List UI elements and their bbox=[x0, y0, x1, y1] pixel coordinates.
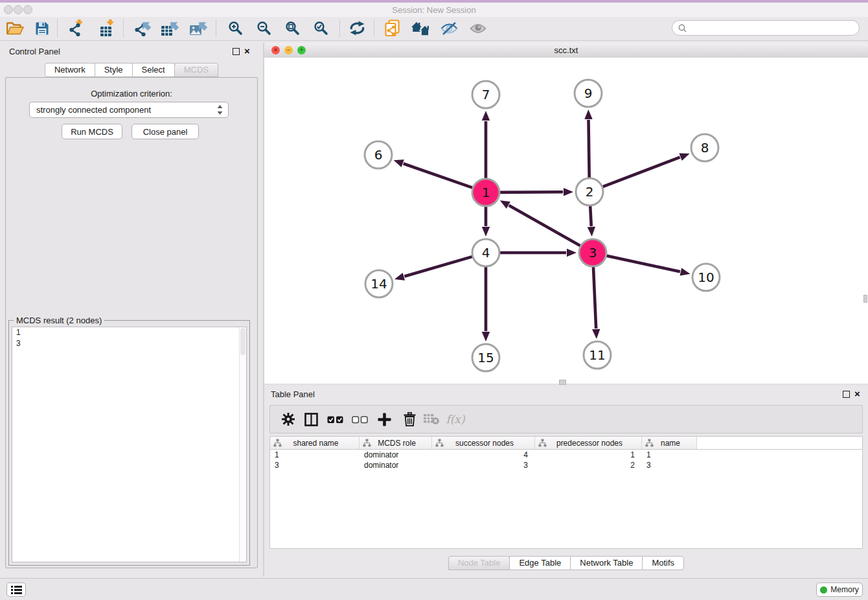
zoom-fit-icon[interactable] bbox=[282, 18, 302, 38]
show-panel-eye-icon[interactable] bbox=[468, 18, 488, 38]
home-icon[interactable] bbox=[411, 18, 431, 38]
criterion-dropdown[interactable]: strongly connected component bbox=[29, 102, 229, 118]
table-cell[interactable]: dominator bbox=[360, 460, 432, 470]
close-panel-icon[interactable]: × bbox=[244, 47, 250, 55]
table-cell[interactable]: 3 bbox=[270, 460, 360, 470]
tab-mcds[interactable]: MCDS bbox=[174, 63, 218, 77]
hide-panel-eye-icon[interactable] bbox=[439, 18, 459, 38]
search-box[interactable] bbox=[672, 20, 860, 36]
svg-text:1: 1 bbox=[482, 185, 490, 200]
tab-node-table[interactable]: Node Table bbox=[448, 556, 510, 570]
network-window-titlebar[interactable]: × − + scc.txt bbox=[264, 43, 868, 58]
svg-text:7: 7 bbox=[482, 87, 490, 102]
column-header-successor-nodes[interactable]: successor nodes bbox=[432, 437, 535, 449]
column-header-predecessor-nodes[interactable]: predecessor nodes bbox=[535, 437, 642, 449]
export-table-icon[interactable] bbox=[160, 18, 179, 38]
graph-node-9[interactable]: 9 bbox=[575, 80, 602, 107]
gear-icon[interactable] bbox=[278, 409, 299, 430]
graph-node-11[interactable]: 11 bbox=[584, 341, 611, 369]
graph-node-15[interactable]: 15 bbox=[472, 344, 499, 371]
table-row[interactable]: 1dominator411 bbox=[270, 450, 862, 460]
edge-3-1[interactable] bbox=[500, 200, 580, 246]
column-header-MCDS-role[interactable]: MCDS role bbox=[360, 437, 432, 449]
tab-motifs[interactable]: Motifs bbox=[642, 556, 684, 570]
columns-icon[interactable] bbox=[301, 409, 321, 430]
edge-1-7[interactable] bbox=[482, 111, 490, 178]
result-scrollbar-thumb[interactable] bbox=[240, 328, 246, 355]
refresh-icon[interactable] bbox=[347, 18, 367, 38]
toolbar-separator bbox=[339, 19, 340, 37]
graph-node-3[interactable]: 3 bbox=[579, 239, 606, 266]
edge-1-4[interactable] bbox=[482, 207, 490, 237]
criterion-value: strongly connected component bbox=[36, 105, 217, 115]
float-panel-icon[interactable] bbox=[233, 48, 240, 55]
app-title: Session: New Session bbox=[0, 5, 868, 15]
edge-2-3[interactable] bbox=[588, 206, 595, 237]
divider-grip-vertical[interactable] bbox=[863, 295, 867, 303]
divider-grip-horizontal[interactable] bbox=[559, 380, 566, 385]
tab-network[interactable]: Network bbox=[45, 63, 95, 77]
tab-select[interactable]: Select bbox=[132, 63, 175, 77]
select-all-icon[interactable] bbox=[325, 409, 345, 430]
open-file-icon[interactable] bbox=[5, 18, 25, 38]
float-table-panel-icon[interactable] bbox=[843, 391, 850, 398]
table-cell[interactable]: dominator bbox=[360, 450, 432, 460]
edge-1-2[interactable] bbox=[500, 188, 573, 196]
close-table-panel-icon[interactable]: × bbox=[854, 390, 860, 398]
graph-node-10[interactable]: 10 bbox=[692, 264, 720, 291]
svg-text:9: 9 bbox=[584, 86, 593, 101]
add-row-icon[interactable] bbox=[374, 409, 394, 430]
network-file-icon[interactable] bbox=[383, 18, 402, 38]
tab-style[interactable]: Style bbox=[95, 63, 133, 77]
zoom-out-icon[interactable] bbox=[254, 18, 273, 38]
run-mcds-button[interactable]: Run MCDS bbox=[62, 124, 122, 139]
graph-node-8[interactable]: 8 bbox=[691, 134, 718, 161]
edge-4-15[interactable] bbox=[482, 267, 490, 341]
mcds-result-textarea[interactable]: 13 bbox=[12, 327, 247, 562]
edge-3-10[interactable] bbox=[607, 256, 691, 276]
table-cell[interactable]: 4 bbox=[432, 450, 535, 460]
export-image-icon[interactable] bbox=[188, 18, 208, 38]
table-cell[interactable]: 1 bbox=[270, 450, 360, 460]
edge-2-8[interactable] bbox=[603, 154, 690, 187]
export-network-icon[interactable] bbox=[132, 18, 152, 38]
result-scrollbar[interactable] bbox=[239, 327, 246, 562]
zoom-selected-icon[interactable] bbox=[311, 18, 330, 38]
edge-4-14[interactable] bbox=[394, 257, 472, 281]
import-network-icon[interactable] bbox=[67, 18, 86, 38]
save-session-icon[interactable] bbox=[32, 18, 52, 38]
mcds-result-title: MCDS result (2 nodes) bbox=[14, 316, 104, 325]
graph-node-4[interactable]: 4 bbox=[472, 239, 499, 266]
zoom-in-icon[interactable] bbox=[225, 18, 245, 38]
graph-node-1[interactable]: 1 bbox=[472, 179, 499, 206]
column-header-shared-name[interactable]: shared name bbox=[270, 437, 360, 449]
table-row[interactable]: 3dominator323 bbox=[270, 460, 862, 470]
task-history-button[interactable] bbox=[6, 583, 26, 597]
table-cell[interactable]: 3 bbox=[432, 460, 535, 470]
graph-node-6[interactable]: 6 bbox=[365, 141, 392, 168]
delete-icon[interactable] bbox=[399, 409, 420, 430]
table-cell[interactable]: 3 bbox=[642, 460, 697, 470]
close-panel-button[interactable]: Close panel bbox=[131, 124, 199, 139]
edge-1-6[interactable] bbox=[394, 159, 473, 187]
graph-node-14[interactable]: 14 bbox=[365, 270, 393, 297]
table-cell[interactable]: 1 bbox=[535, 450, 642, 460]
edge-4-3[interactable] bbox=[500, 249, 577, 257]
search-input[interactable] bbox=[690, 23, 859, 34]
table-cell[interactable]: 1 bbox=[642, 450, 697, 460]
table-cell[interactable]: 2 bbox=[535, 460, 642, 470]
node-table[interactable]: shared nameMCDS rolesuccessor nodesprede… bbox=[269, 436, 863, 549]
column-header-name[interactable]: name bbox=[642, 437, 697, 449]
graph-node-2[interactable]: 2 bbox=[576, 178, 603, 205]
edge-2-9[interactable] bbox=[584, 110, 592, 178]
graph-node-7[interactable]: 7 bbox=[472, 81, 499, 108]
memory-button[interactable]: Memory bbox=[816, 583, 863, 597]
edge-3-11[interactable] bbox=[592, 267, 600, 339]
toolbar-separator bbox=[123, 19, 124, 37]
import-table-icon[interactable] bbox=[98, 18, 117, 38]
tab-edge-table[interactable]: Edge Table bbox=[509, 556, 571, 570]
tab-network-table[interactable]: Network Table bbox=[570, 556, 643, 570]
network-canvas[interactable]: 1234678910111415 bbox=[264, 58, 868, 384]
control-panel: Control Panel × NetworkStyleSelectMCDS O… bbox=[0, 43, 263, 577]
deselect-all-icon[interactable] bbox=[349, 409, 370, 430]
